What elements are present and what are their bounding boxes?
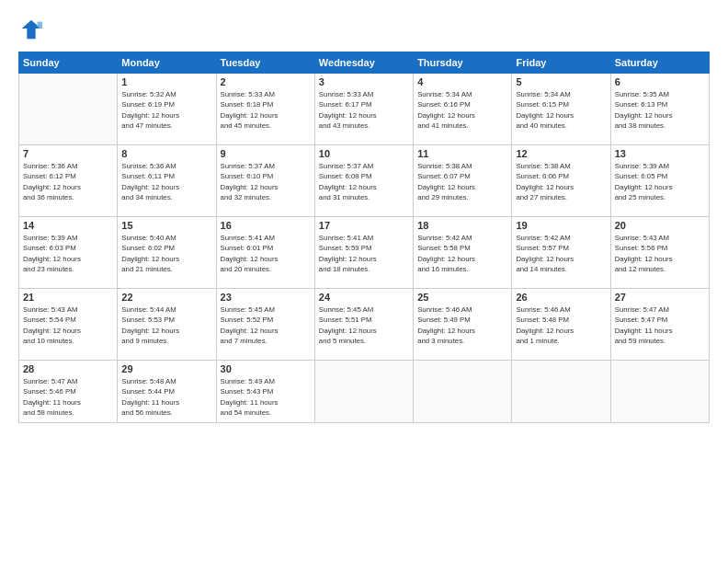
day-number: 7 — [23, 148, 113, 159]
day-number: 22 — [121, 292, 211, 303]
calendar-cell: 2Sunrise: 5:33 AMSunset: 6:18 PMDaylight… — [216, 74, 314, 145]
day-number: 30 — [221, 363, 311, 374]
calendar-cell — [610, 361, 709, 423]
day-number: 8 — [121, 148, 211, 159]
day-info: Sunrise: 5:41 AMSunset: 5:59 PMDaylight:… — [319, 233, 409, 274]
week-row-3: 14Sunrise: 5:39 AMSunset: 6:03 PMDayligh… — [19, 217, 710, 289]
day-number: 27 — [615, 292, 705, 303]
day-number: 15 — [121, 220, 211, 231]
calendar-cell: 15Sunrise: 5:40 AMSunset: 6:02 PMDayligh… — [118, 217, 216, 289]
calendar-cell: 9Sunrise: 5:37 AMSunset: 6:10 PMDaylight… — [216, 145, 314, 217]
week-row-4: 21Sunrise: 5:43 AMSunset: 5:54 PMDayligh… — [19, 289, 710, 361]
calendar-cell: 29Sunrise: 5:48 AMSunset: 5:44 PMDayligh… — [118, 361, 216, 423]
day-info: Sunrise: 5:41 AMSunset: 6:01 PMDaylight:… — [221, 233, 311, 274]
calendar-cell: 25Sunrise: 5:46 AMSunset: 5:49 PMDayligh… — [414, 289, 512, 361]
weekday-friday: Friday — [512, 52, 610, 74]
calendar-cell: 5Sunrise: 5:34 AMSunset: 6:15 PMDaylight… — [512, 74, 610, 145]
day-info: Sunrise: 5:47 AMSunset: 5:47 PMDaylight:… — [615, 304, 705, 346]
header — [18, 17, 710, 42]
calendar-table: SundayMondayTuesdayWednesdayThursdayFrid… — [18, 52, 710, 423]
svg-marker-1 — [38, 22, 43, 29]
day-info: Sunrise: 5:37 AMSunset: 6:08 PMDaylight:… — [319, 161, 409, 202]
calendar-cell: 24Sunrise: 5:45 AMSunset: 5:51 PMDayligh… — [314, 289, 413, 361]
day-number: 16 — [221, 220, 311, 231]
weekday-tuesday: Tuesday — [216, 52, 314, 74]
day-info: Sunrise: 5:38 AMSunset: 6:07 PMDaylight:… — [417, 161, 507, 202]
day-number: 29 — [121, 363, 211, 374]
day-number: 17 — [319, 220, 409, 231]
calendar-cell: 23Sunrise: 5:45 AMSunset: 5:52 PMDayligh… — [216, 289, 314, 361]
weekday-thursday: Thursday — [414, 52, 512, 74]
weekday-header-row: SundayMondayTuesdayWednesdayThursdayFrid… — [19, 52, 710, 74]
day-info: Sunrise: 5:42 AMSunset: 5:58 PMDaylight:… — [417, 233, 507, 274]
day-info: Sunrise: 5:42 AMSunset: 5:57 PMDaylight:… — [516, 233, 606, 274]
calendar-cell: 14Sunrise: 5:39 AMSunset: 6:03 PMDayligh… — [19, 217, 118, 289]
day-number: 28 — [23, 363, 113, 374]
day-number: 13 — [615, 148, 705, 159]
day-info: Sunrise: 5:36 AMSunset: 6:12 PMDaylight:… — [23, 161, 113, 202]
day-number: 12 — [516, 148, 606, 159]
day-info: Sunrise: 5:35 AMSunset: 6:13 PMDaylight:… — [615, 89, 705, 131]
calendar-cell: 1Sunrise: 5:32 AMSunset: 6:19 PMDaylight… — [118, 74, 216, 145]
day-number: 11 — [417, 148, 507, 159]
weekday-monday: Monday — [118, 52, 216, 74]
calendar-cell: 19Sunrise: 5:42 AMSunset: 5:57 PMDayligh… — [512, 217, 610, 289]
day-info: Sunrise: 5:43 AMSunset: 5:56 PMDaylight:… — [615, 233, 705, 274]
day-info: Sunrise: 5:40 AMSunset: 6:02 PMDaylight:… — [121, 233, 211, 274]
day-info: Sunrise: 5:34 AMSunset: 6:16 PMDaylight:… — [417, 89, 507, 131]
day-number: 10 — [319, 148, 409, 159]
day-info: Sunrise: 5:46 AMSunset: 5:48 PMDaylight:… — [516, 304, 606, 346]
calendar-cell: 20Sunrise: 5:43 AMSunset: 5:56 PMDayligh… — [610, 217, 709, 289]
day-info: Sunrise: 5:45 AMSunset: 5:51 PMDaylight:… — [319, 304, 409, 346]
page: SundayMondayTuesdayWednesdayThursdayFrid… — [0, 0, 728, 563]
calendar-cell: 22Sunrise: 5:44 AMSunset: 5:53 PMDayligh… — [118, 289, 216, 361]
day-info: Sunrise: 5:37 AMSunset: 6:10 PMDaylight:… — [221, 161, 311, 202]
day-info: Sunrise: 5:34 AMSunset: 6:15 PMDaylight:… — [516, 89, 606, 131]
calendar-cell: 11Sunrise: 5:38 AMSunset: 6:07 PMDayligh… — [414, 145, 512, 217]
week-row-2: 7Sunrise: 5:36 AMSunset: 6:12 PMDaylight… — [19, 145, 710, 217]
week-row-5: 28Sunrise: 5:47 AMSunset: 5:46 PMDayligh… — [19, 361, 710, 423]
day-info: Sunrise: 5:33 AMSunset: 6:18 PMDaylight:… — [221, 89, 311, 131]
calendar-cell — [314, 361, 413, 423]
logo-icon — [18, 17, 44, 42]
calendar-cell — [19, 74, 118, 145]
day-info: Sunrise: 5:46 AMSunset: 5:49 PMDaylight:… — [417, 304, 507, 346]
day-number: 20 — [615, 220, 705, 231]
day-info: Sunrise: 5:45 AMSunset: 5:52 PMDaylight:… — [221, 304, 311, 346]
logo — [18, 17, 48, 42]
calendar-cell: 16Sunrise: 5:41 AMSunset: 6:01 PMDayligh… — [216, 217, 314, 289]
calendar-cell: 12Sunrise: 5:38 AMSunset: 6:06 PMDayligh… — [512, 145, 610, 217]
calendar-cell: 3Sunrise: 5:33 AMSunset: 6:17 PMDaylight… — [314, 74, 413, 145]
day-number: 26 — [516, 292, 606, 303]
day-number: 21 — [23, 292, 113, 303]
day-number: 18 — [417, 220, 507, 231]
day-info: Sunrise: 5:44 AMSunset: 5:53 PMDaylight:… — [121, 304, 211, 346]
week-row-1: 1Sunrise: 5:32 AMSunset: 6:19 PMDaylight… — [19, 74, 710, 145]
calendar-cell — [414, 361, 512, 423]
day-info: Sunrise: 5:39 AMSunset: 6:05 PMDaylight:… — [615, 161, 705, 202]
calendar-cell: 26Sunrise: 5:46 AMSunset: 5:48 PMDayligh… — [512, 289, 610, 361]
day-number: 14 — [23, 220, 113, 231]
day-info: Sunrise: 5:38 AMSunset: 6:06 PMDaylight:… — [516, 161, 606, 202]
calendar-cell: 6Sunrise: 5:35 AMSunset: 6:13 PMDaylight… — [610, 74, 709, 145]
calendar-cell: 30Sunrise: 5:49 AMSunset: 5:43 PMDayligh… — [216, 361, 314, 423]
day-info: Sunrise: 5:49 AMSunset: 5:43 PMDaylight:… — [221, 376, 311, 418]
day-info: Sunrise: 5:39 AMSunset: 6:03 PMDaylight:… — [23, 233, 113, 274]
day-number: 1 — [121, 76, 211, 87]
day-info: Sunrise: 5:36 AMSunset: 6:11 PMDaylight:… — [121, 161, 211, 202]
calendar-cell: 21Sunrise: 5:43 AMSunset: 5:54 PMDayligh… — [19, 289, 118, 361]
calendar-cell: 13Sunrise: 5:39 AMSunset: 6:05 PMDayligh… — [610, 145, 709, 217]
calendar-cell: 8Sunrise: 5:36 AMSunset: 6:11 PMDaylight… — [118, 145, 216, 217]
day-info: Sunrise: 5:48 AMSunset: 5:44 PMDaylight:… — [121, 376, 211, 418]
day-number: 25 — [417, 292, 507, 303]
day-info: Sunrise: 5:47 AMSunset: 5:46 PMDaylight:… — [23, 376, 113, 418]
calendar-cell: 27Sunrise: 5:47 AMSunset: 5:47 PMDayligh… — [610, 289, 709, 361]
calendar-cell: 10Sunrise: 5:37 AMSunset: 6:08 PMDayligh… — [314, 145, 413, 217]
weekday-sunday: Sunday — [19, 52, 118, 74]
calendar-cell: 7Sunrise: 5:36 AMSunset: 6:12 PMDaylight… — [19, 145, 118, 217]
day-number: 6 — [615, 76, 705, 87]
weekday-wednesday: Wednesday — [314, 52, 413, 74]
day-info: Sunrise: 5:43 AMSunset: 5:54 PMDaylight:… — [23, 304, 113, 346]
calendar-cell — [512, 361, 610, 423]
day-number: 2 — [221, 76, 311, 87]
